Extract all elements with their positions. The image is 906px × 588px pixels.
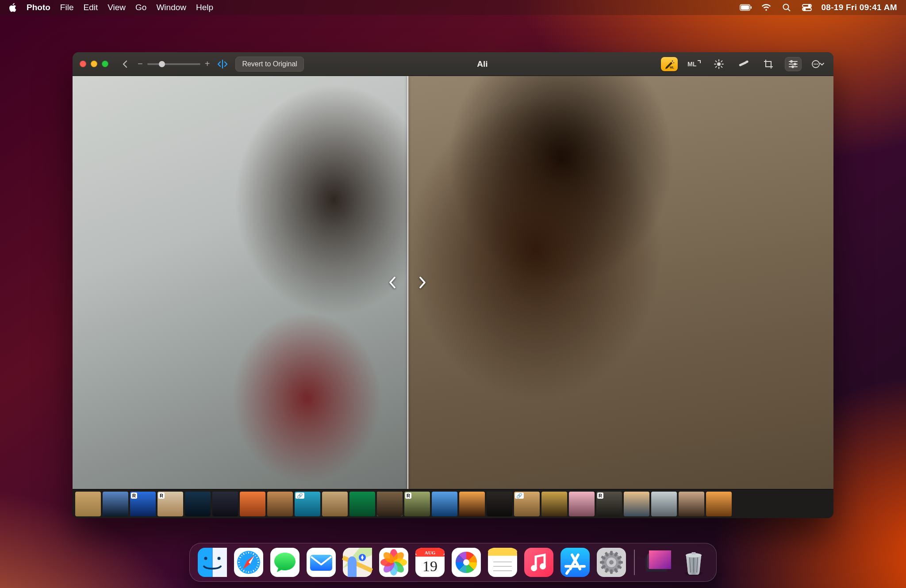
close-button[interactable] — [80, 61, 86, 67]
dock-settings[interactable] — [596, 547, 627, 578]
photo-original — [73, 76, 407, 489]
menu-file[interactable]: File — [60, 3, 74, 12]
svg-point-32 — [814, 63, 815, 65]
thumbnail-pyramid[interactable] — [75, 492, 101, 516]
window-toolbar: − + Revert to Original Ali ML ML — [73, 52, 833, 76]
more-button[interactable] — [810, 57, 826, 71]
ml-button[interactable]: ML — [686, 57, 703, 71]
app-name[interactable]: Photo — [27, 3, 50, 12]
svg-line-19 — [716, 61, 717, 61]
thumbnail-bokeh[interactable] — [541, 492, 567, 516]
menu-go[interactable]: Go — [135, 3, 146, 12]
svg-point-3 — [783, 4, 789, 10]
minimize-button[interactable] — [91, 61, 97, 67]
battery-icon[interactable] — [740, 3, 752, 12]
photos-edit-window: − + Revert to Original Ali ML ML — [73, 52, 833, 518]
zoom-in-icon[interactable]: + — [205, 59, 210, 69]
svg-point-14 — [717, 62, 721, 66]
svg-rect-130 — [691, 552, 696, 554]
svg-point-8 — [804, 8, 806, 10]
svg-text:19: 19 — [422, 558, 438, 574]
thumbnail-visor[interactable] — [569, 492, 595, 516]
thumbnail-runner-orange[interactable] — [240, 492, 265, 516]
dock-maps[interactable] — [342, 547, 373, 578]
thumbnail-guitar-night[interactable] — [185, 492, 211, 516]
wifi-icon[interactable] — [760, 3, 772, 12]
menubar: Photo File Edit View Go Window Help 08-1… — [0, 0, 906, 15]
menu-edit[interactable]: Edit — [83, 3, 98, 12]
thumbnail-dusk-walk[interactable] — [212, 492, 238, 516]
dock-desktop-stack[interactable] — [642, 547, 673, 578]
thumbnail-surfer[interactable]: 🔗 — [295, 492, 320, 516]
menu-window[interactable]: Window — [156, 3, 186, 12]
dock-mail[interactable] — [306, 547, 337, 578]
thumbnail-strip[interactable]: RR🔗R🔗R — [73, 489, 833, 518]
spotlight-icon[interactable] — [780, 3, 793, 12]
svg-line-21 — [716, 66, 717, 67]
document-title: Ali — [477, 59, 488, 69]
dock-color-picker[interactable] — [451, 547, 482, 578]
dock-notes[interactable] — [487, 547, 518, 578]
svg-point-36 — [204, 557, 207, 560]
revert-to-original-button[interactable]: Revert to Original — [235, 57, 304, 72]
thumbnail-ali-closeup[interactable] — [377, 492, 403, 516]
thumbnail-dawn-sky[interactable] — [624, 492, 649, 516]
svg-point-28 — [794, 63, 796, 65]
light-adjust-button[interactable] — [710, 57, 727, 71]
fullscreen-button[interactable] — [102, 61, 108, 67]
thumbnail-plane[interactable] — [651, 492, 677, 516]
dock-safari[interactable] — [233, 547, 264, 578]
back-button[interactable] — [118, 57, 131, 71]
control-center-icon[interactable] — [801, 3, 813, 12]
thumbnail-arch[interactable] — [322, 492, 348, 516]
auto-enhance-button[interactable]: ML — [661, 57, 678, 71]
window-controls — [80, 61, 108, 67]
thumbnail-desert-walk[interactable]: 🔗 — [514, 492, 540, 516]
dock-messages[interactable] — [269, 547, 300, 578]
adjust-panel-button[interactable] — [785, 57, 802, 71]
dock-photos[interactable] — [378, 547, 409, 578]
menu-view[interactable]: View — [107, 3, 126, 12]
edit-canvas[interactable] — [73, 76, 833, 489]
dock-finder[interactable] — [197, 547, 228, 578]
svg-point-34 — [817, 63, 818, 65]
dock-divider — [634, 550, 635, 575]
apple-menu[interactable] — [9, 3, 17, 12]
zoom-slider[interactable]: − + — [138, 59, 210, 69]
svg-text:ML: ML — [687, 61, 697, 68]
dock-calendar[interactable]: AUG19 — [415, 547, 445, 578]
svg-rect-114 — [610, 569, 613, 574]
thumbnail-silhouette[interactable] — [103, 492, 128, 516]
svg-rect-1 — [741, 5, 749, 9]
svg-point-11 — [673, 62, 674, 63]
menu-help[interactable]: Help — [196, 3, 213, 12]
thumbnail-green-wall[interactable] — [349, 492, 375, 516]
svg-rect-97 — [524, 548, 553, 577]
svg-point-6 — [809, 5, 810, 7]
chevron-left-icon — [384, 275, 400, 290]
svg-point-98 — [531, 565, 537, 571]
thumbnail-crowd[interactable]: R — [596, 492, 622, 516]
dock-trash[interactable] — [678, 547, 709, 578]
svg-point-37 — [218, 557, 221, 560]
retouch-button[interactable] — [735, 57, 752, 71]
thumbnail-sunset-road[interactable] — [459, 492, 485, 516]
thumbnail-afro-sky[interactable] — [432, 492, 457, 516]
zoom-out-icon[interactable]: − — [138, 59, 143, 69]
thumbnail-profile-warm[interactable] — [267, 492, 293, 516]
dock-music[interactable] — [523, 547, 554, 578]
compare-handle[interactable] — [384, 275, 430, 290]
svg-point-33 — [815, 63, 817, 65]
dock-app-store[interactable] — [560, 547, 591, 578]
thumbnail-portrait-curly[interactable]: R — [130, 492, 156, 516]
thumbnail-hills[interactable]: R — [404, 492, 430, 516]
svg-point-30 — [792, 66, 794, 68]
menubar-clock[interactable]: 08-19 Fri 09:41 AM — [821, 3, 897, 12]
thumbnail-bridge[interactable] — [706, 492, 732, 516]
crop-button[interactable] — [760, 57, 777, 71]
svg-rect-69 — [310, 555, 332, 571]
thumbnail-canyon[interactable]: R — [157, 492, 183, 516]
thumbnail-afro-studio[interactable] — [679, 492, 704, 516]
compare-split-button[interactable] — [216, 57, 229, 71]
thumbnail-profile-dark[interactable] — [487, 492, 512, 516]
